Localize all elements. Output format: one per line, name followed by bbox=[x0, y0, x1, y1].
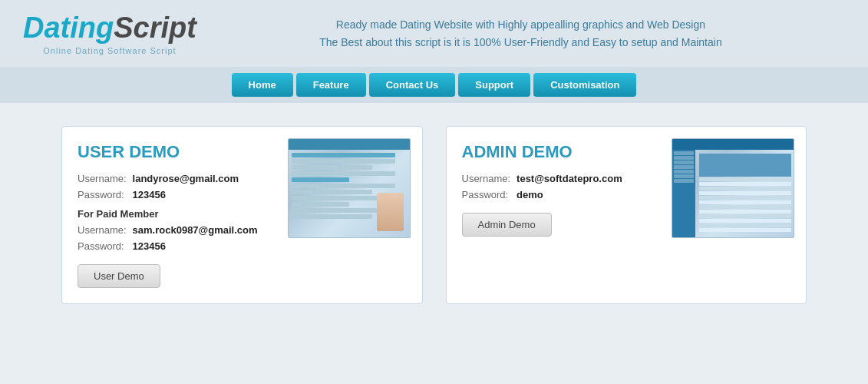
paid-username-label: Username: bbox=[78, 224, 127, 236]
main-content: USER DEMO bbox=[0, 103, 868, 327]
admin-password-label: Password: bbox=[462, 189, 511, 200]
user-username-label: Username: bbox=[78, 173, 127, 184]
logo-area: DatingScript Online Dating Software Scri… bbox=[23, 12, 196, 55]
nav-customisation[interactable]: Customisation bbox=[533, 73, 636, 97]
user-password-label: Password: bbox=[78, 189, 127, 200]
nav-feature[interactable]: Feature bbox=[296, 73, 366, 97]
nav-support[interactable]: Support bbox=[458, 73, 530, 97]
admin-demo-screenshot bbox=[672, 138, 794, 238]
header: DatingScript Online Dating Software Scri… bbox=[0, 0, 868, 67]
logo: DatingScript bbox=[23, 12, 196, 45]
nav-contact-us[interactable]: Contact Us bbox=[369, 73, 456, 97]
admin-demo-button[interactable]: Admin Demo bbox=[462, 213, 552, 237]
logo-subtitle: Online Dating Software Script bbox=[43, 46, 176, 55]
logo-dating: Dating bbox=[23, 12, 114, 44]
user-demo-screenshot bbox=[288, 138, 411, 238]
tagline-area: Ready made Dating Website with Highly ap… bbox=[196, 16, 845, 51]
tagline-line2: The Best about this script is it is 100%… bbox=[219, 34, 822, 51]
logo-script: Script bbox=[114, 12, 196, 44]
tagline-line1: Ready made Dating Website with Highly ap… bbox=[219, 16, 822, 33]
paid-password-value: 123456 bbox=[133, 240, 407, 252]
paid-password-label: Password: bbox=[78, 240, 127, 252]
admin-username-label: Username: bbox=[462, 173, 511, 184]
nav-home[interactable]: Home bbox=[232, 73, 293, 97]
nav-bar: Home Feature Contact Us Support Customis… bbox=[0, 67, 868, 103]
user-demo-box: USER DEMO bbox=[61, 126, 423, 304]
admin-demo-box: ADMIN DEMO bbox=[446, 126, 807, 304]
user-demo-button[interactable]: User Demo bbox=[78, 264, 160, 288]
